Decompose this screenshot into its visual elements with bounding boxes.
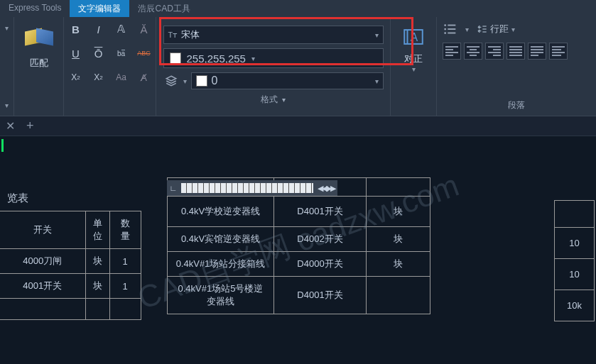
tab-cad-tools[interactable]: 浩辰CAD工具 (129, 0, 198, 17)
justify-label: 对正 (404, 53, 423, 65)
subscript-button[interactable]: X2 (91, 70, 107, 85)
color-value: 255,255,255 (187, 53, 246, 65)
table-row: 10k (555, 290, 595, 321)
text-ruler[interactable]: ∟ ◀◀▶▶ (167, 180, 337, 196)
table-row: 10 (555, 228, 595, 259)
chevron-down-icon: ▾ (251, 55, 255, 62)
align-extra-button[interactable] (549, 43, 568, 60)
truetype-icon: Tᴛ (168, 31, 178, 40)
font-dropdown[interactable]: Tᴛ 宋体 ▾ (163, 26, 384, 44)
chevron-down-icon: ▾ (375, 77, 379, 85)
line-spacing-label: 行距 (490, 23, 509, 35)
underline-button[interactable]: U (68, 45, 84, 61)
line-spacing-button[interactable]: 行距 ▾ (476, 23, 515, 35)
format-expand[interactable]: ▾ (282, 96, 286, 104)
align-center-button[interactable] (464, 43, 482, 60)
col-switch: 开关 (0, 211, 85, 249)
ruler-handles-icon[interactable]: ◀◀▶▶ (315, 184, 337, 193)
superscript-button[interactable]: X2 (68, 70, 84, 85)
bold-button[interactable]: B (68, 21, 84, 37)
ruler-corner-icon: ∟ (167, 182, 180, 194)
italic-button[interactable]: I (91, 21, 107, 37)
case-button[interactable]: Aa (114, 70, 129, 85)
bylayer-value: 0 (212, 75, 371, 87)
doc-tab-bar: ✕ + (0, 116, 596, 136)
new-tab-button[interactable]: + (21, 118, 40, 133)
table-row: 4000刀闸 块 1 (0, 249, 141, 274)
bullets-dd[interactable]: ▾ (465, 26, 469, 33)
char-button[interactable]: Ă (136, 21, 152, 37)
justify-dd[interactable]: ▾ (412, 65, 416, 73)
col-unit: 单位 (85, 211, 109, 249)
match-button[interactable]: 匹配 (22, 21, 56, 72)
table-row: 4001开关 块 1 (0, 274, 141, 299)
tab-text-editor[interactable]: 文字编辑器 (70, 0, 129, 17)
align-left-button[interactable] (443, 43, 461, 60)
layers-icon[interactable] (163, 75, 179, 87)
justify-button[interactable]: A 对正 ▾ (396, 21, 430, 76)
svg-rect-8 (448, 33, 455, 34)
paragraph-group-label: 段落 (508, 100, 525, 110)
svg-rect-4 (448, 25, 455, 26)
svg-point-5 (444, 28, 446, 31)
right-table: 10 10 10k (554, 200, 595, 321)
svg-text:A: A (411, 31, 418, 43)
mid-table: 0.4kV学校逆变器线 D4001开关 块 0.4kV宾馆逆变器线 D4002开… (167, 177, 430, 314)
chevron-down-icon: ▾ (375, 31, 379, 39)
ribbon-dd-2[interactable]: ▾ (0, 97, 15, 113)
clear-format-button[interactable]: A̸ (136, 70, 152, 85)
ribbon-dd-1[interactable]: ▾ (0, 20, 15, 35)
ruler-track[interactable] (181, 183, 313, 193)
left-table-title: 览表 (0, 186, 141, 211)
tab-express[interactable]: Express Tools (0, 0, 70, 17)
color-dropdown[interactable]: 255,255,255 ▾ (163, 48, 384, 68)
bylayer-swatch (196, 75, 207, 87)
strike-button[interactable]: ABC (136, 45, 152, 61)
table-row: 0.4kV学校逆变器线 D4001开关 块 (168, 197, 430, 227)
match-label: 匹配 (30, 57, 48, 70)
svg-rect-6 (448, 28, 455, 30)
align-justify-button[interactable] (506, 43, 525, 60)
cursor-mark (1, 139, 4, 152)
table-row: 0.4kV#1场站分接箱线 D4000开关 块 (168, 252, 430, 277)
bylayer-dropdown[interactable]: 0 ▾ (191, 72, 384, 89)
match-icon (25, 24, 53, 53)
table-row: 0.4kV宾馆逆变器线 D4002开关 块 (168, 227, 430, 252)
align-right-button[interactable] (485, 43, 504, 60)
overline-button[interactable]: Ō (91, 45, 107, 61)
align-dist-button[interactable] (528, 43, 546, 60)
align-buttons (443, 43, 590, 60)
format-group-label: 格式 (261, 94, 278, 104)
layers-dd[interactable]: ▾ (183, 77, 187, 85)
font-name: 宋体 (181, 28, 370, 41)
ribbon: ▾ ▾ 匹配 B I 𝔸 Ă U Ō ba (0, 17, 596, 116)
stack-button[interactable]: ba (114, 45, 129, 61)
menu-tabs: Express Tools 文字编辑器 浩辰CAD工具 (0, 0, 596, 17)
table-row: 10 (555, 259, 595, 290)
svg-point-3 (444, 24, 446, 26)
justify-icon: A (401, 24, 426, 50)
left-table: 览表 开关 单位 数量 4000刀闸 块 1 4001开关 块 1 (0, 186, 141, 320)
table-row: 0.4kV#1场站5号楼逆变器线 D4001开关 (168, 277, 430, 314)
color-swatch (170, 53, 181, 64)
bullets-button[interactable] (443, 21, 458, 37)
font-symbol-button[interactable]: 𝔸 (114, 21, 129, 37)
col-qty: 数量 (109, 211, 141, 249)
drawing-canvas[interactable]: CAD自学网 cadzxw.com 览表 开关 单位 数量 4000刀闸 块 1… (0, 136, 596, 364)
svg-point-7 (444, 32, 446, 34)
close-tab-button[interactable]: ✕ (6, 119, 15, 133)
table-row (0, 299, 141, 320)
